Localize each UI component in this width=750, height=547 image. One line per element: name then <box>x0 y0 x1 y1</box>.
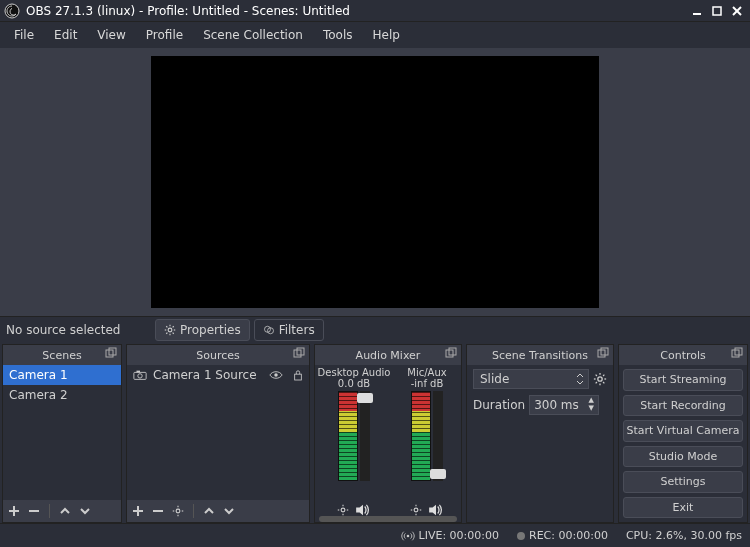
panels-row: Scenes Camera 1 Camera 2 Sources Camera … <box>0 342 750 523</box>
duration-input[interactable]: 300 ms ▲▼ <box>529 395 599 415</box>
transitions-title: Scene Transitions <box>492 349 588 362</box>
statusbar: LIVE: 00:00:00 REC: 00:00:00 CPU: 2.6%, … <box>0 523 750 547</box>
mute-button[interactable] <box>428 504 444 516</box>
filters-label: Filters <box>279 323 315 337</box>
audio-meter <box>411 391 431 481</box>
controls-body: Start Streaming Start Recording Start Vi… <box>619 365 747 522</box>
rec-status: REC: 00:00:00 <box>517 529 608 542</box>
mixer-header: Audio Mixer <box>315 345 461 365</box>
menu-profile[interactable]: Profile <box>136 24 193 46</box>
properties-label: Properties <box>180 323 241 337</box>
svg-rect-25 <box>137 371 141 373</box>
gear-icon <box>164 324 176 336</box>
maximize-button[interactable] <box>708 2 726 20</box>
menu-help[interactable]: Help <box>362 24 409 46</box>
properties-button[interactable]: Properties <box>155 319 250 341</box>
audio-mixer-panel: Audio Mixer Desktop Audio 0.0 dB <box>314 344 462 523</box>
popout-icon[interactable] <box>293 347 307 361</box>
move-source-down-button[interactable] <box>222 504 236 518</box>
lock-toggle[interactable] <box>293 369 303 381</box>
live-status: LIVE: 00:00:00 <box>401 529 499 542</box>
menu-tools[interactable]: Tools <box>313 24 363 46</box>
settings-button[interactable]: Settings <box>623 471 743 493</box>
svg-line-58 <box>603 382 604 383</box>
svg-point-24 <box>138 374 142 378</box>
svg-line-59 <box>596 382 597 383</box>
scenes-list[interactable]: Camera 1 Camera 2 <box>3 365 121 500</box>
start-virtual-camera-button[interactable]: Start Virtual Camera <box>623 420 743 442</box>
chevron-updown-icon <box>576 373 584 385</box>
preview-canvas[interactable] <box>151 56 599 308</box>
scenes-panel: Scenes Camera 1 Camera 2 <box>2 344 122 523</box>
preview-area <box>0 48 750 316</box>
sources-panel: Sources Camera 1 Source <box>126 344 310 523</box>
menu-edit[interactable]: Edit <box>44 24 87 46</box>
scenes-footer <box>3 500 121 522</box>
channel-settings-button[interactable] <box>337 504 349 516</box>
channel-settings-button[interactable] <box>410 504 422 516</box>
source-toolbar: No source selected Properties Filters <box>0 316 750 342</box>
spin-down-button[interactable]: ▼ <box>586 405 596 413</box>
popout-icon[interactable] <box>597 347 611 361</box>
close-button[interactable] <box>728 2 746 20</box>
move-scene-up-button[interactable] <box>58 504 72 518</box>
source-item[interactable]: Camera 1 Source <box>127 365 309 385</box>
svg-marker-49 <box>429 505 436 515</box>
sources-title: Sources <box>196 349 240 362</box>
visibility-toggle[interactable] <box>269 369 283 381</box>
source-properties-button[interactable] <box>171 504 185 518</box>
exit-button[interactable]: Exit <box>623 497 743 519</box>
sources-footer <box>127 500 309 522</box>
move-source-up-button[interactable] <box>202 504 216 518</box>
move-scene-down-button[interactable] <box>78 504 92 518</box>
duration-value: 300 ms <box>534 398 579 412</box>
transitions-body: Slide Duration 300 ms ▲▼ <box>467 365 613 522</box>
studio-mode-button[interactable]: Studio Mode <box>623 446 743 468</box>
start-recording-button[interactable]: Start Recording <box>623 395 743 417</box>
remove-scene-button[interactable] <box>27 504 41 518</box>
mute-button[interactable] <box>355 504 371 516</box>
source-name: Camera 1 Source <box>153 368 257 382</box>
no-source-label: No source selected <box>6 323 151 337</box>
mixer-title: Audio Mixer <box>356 349 421 362</box>
channel-name: Mic/Aux <box>407 367 446 378</box>
popout-icon[interactable] <box>445 347 459 361</box>
volume-fader[interactable] <box>433 391 443 481</box>
minimize-button[interactable] <box>688 2 706 20</box>
add-source-button[interactable] <box>131 504 145 518</box>
channel-name: Desktop Audio <box>318 367 391 378</box>
svg-point-63 <box>406 534 409 537</box>
cpu-label: CPU: 2.6%, 30.00 fps <box>626 529 742 542</box>
scene-item[interactable]: Camera 2 <box>3 385 121 405</box>
mixer-channel-mic: Mic/Aux -inf dB <box>397 367 457 520</box>
titlebar: OBS 27.1.3 (linux) - Profile: Untitled -… <box>0 0 750 22</box>
channel-level: -inf dB <box>411 378 444 389</box>
menu-scene-collection[interactable]: Scene Collection <box>193 24 313 46</box>
volume-fader[interactable] <box>360 391 370 481</box>
menu-view[interactable]: View <box>87 24 135 46</box>
svg-point-26 <box>274 373 278 377</box>
add-scene-button[interactable] <box>7 504 21 518</box>
remove-source-button[interactable] <box>151 504 165 518</box>
popout-icon[interactable] <box>731 347 745 361</box>
popout-icon[interactable] <box>105 347 119 361</box>
scenes-header: Scenes <box>3 345 121 365</box>
transitions-panel: Scene Transitions Slide Duration 300 ms … <box>466 344 614 523</box>
transition-value: Slide <box>480 372 509 386</box>
transition-select[interactable]: Slide <box>473 369 589 389</box>
start-streaming-button[interactable]: Start Streaming <box>623 369 743 391</box>
scene-item[interactable]: Camera 1 <box>3 365 121 385</box>
sources-list[interactable]: Camera 1 Source <box>127 365 309 500</box>
svg-line-10 <box>166 326 167 327</box>
svg-line-13 <box>173 326 174 327</box>
mixer-body: Desktop Audio 0.0 dB Mic/Aux -inf dB <box>315 365 461 522</box>
transition-settings-button[interactable] <box>593 372 607 386</box>
svg-point-5 <box>168 328 172 332</box>
scenes-title: Scenes <box>42 349 81 362</box>
rec-label: REC: 00:00:00 <box>529 529 608 542</box>
filters-button[interactable]: Filters <box>254 319 324 341</box>
separator <box>193 504 194 518</box>
audio-meter <box>338 391 358 481</box>
menu-file[interactable]: File <box>4 24 44 46</box>
mixer-scrollbar[interactable] <box>319 516 457 522</box>
